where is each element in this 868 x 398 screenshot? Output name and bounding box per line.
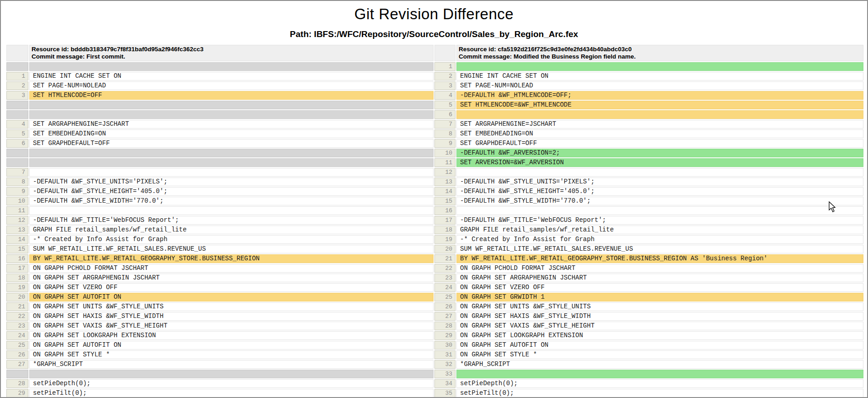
left-line-number: 29	[6, 389, 28, 398]
right-code-line: ON GRAPH SET HAXIS &WF_STYLE_WIDTH	[456, 312, 863, 321]
diff-row: 8-DEFAULTH &WF_STYLE_UNITS='PIXELS';13-D…	[6, 177, 863, 186]
right-code-line: -DEFAULTH &WF_HTMLENCODE=OFF;	[456, 91, 863, 100]
right-code-line: SET PAGE-NUM=NOLEAD	[456, 81, 863, 90]
right-code-line: -DEFAULTH &WF_STYLE_WIDTH='770.0';	[456, 197, 863, 205]
diff-row: 23ON GRAPH SET VAXIS &WF_STYLE_HEIGHT28O…	[6, 322, 863, 330]
left-code-line: ENGINE INT CACHE SET ON	[29, 72, 434, 81]
right-line-number: 13	[434, 177, 455, 186]
right-code-line: setPieTilt(0);	[456, 389, 863, 398]
left-line-number: 8	[6, 177, 28, 186]
right-line-number: 33	[434, 370, 455, 378]
right-code-line: SET ARGRAPHENGINE=JSCHART	[456, 120, 863, 129]
left-line-number	[6, 62, 28, 71]
left-resource-id: Resource id: bdddb3183479c7f8f31baf0d95a…	[32, 46, 431, 53]
right-line-number: 1	[434, 62, 455, 71]
left-code-line	[29, 206, 434, 215]
page-title: Git Revision Difference	[1, 5, 867, 23]
right-code-line: ON GRAPH SET STYLE *	[456, 350, 863, 359]
left-code-line	[29, 110, 434, 119]
left-code-line: SET PAGE-NUM=NOLEAD	[29, 81, 434, 90]
right-line-number: 10	[434, 149, 455, 157]
left-line-number: 16	[6, 254, 28, 263]
mouse-cursor	[829, 201, 837, 213]
diff-row: 27*GRAPH_SCRIPT32*GRAPH_SCRIPT	[6, 360, 863, 369]
right-line-number: 26	[434, 302, 455, 311]
left-line-number: 6	[6, 139, 28, 148]
left-line-number: 2	[6, 81, 28, 90]
diff-row: 18ON GRAPH SET ARGRAPHENGIN JSCHART23ON …	[6, 274, 863, 282]
right-line-number: 35	[434, 389, 455, 398]
right-code-line: *GRAPH_SCRIPT	[456, 360, 863, 369]
left-line-number	[6, 149, 28, 157]
right-line-number: 30	[434, 341, 455, 350]
left-line-number: 4	[6, 120, 28, 129]
left-code-line: ON GRAPH SET HAXIS &WF_STYLE_WIDTH	[29, 312, 434, 321]
right-code-line: -DEFAULTH &WF_STYLE_HEIGHT='405.0';	[456, 187, 863, 196]
left-line-number	[6, 370, 28, 378]
diff-row: 13GRAPH FILE retail_samples/wf_retail_li…	[6, 226, 863, 234]
right-code-line: -DEFAULTH &WF_STYLE_UNITS='PIXELS';	[456, 177, 863, 186]
right-line-number: 8	[434, 129, 455, 138]
left-line-number	[6, 101, 28, 109]
left-code-line: ON GRAPH SET LOOKGRAPH EXTENSION	[29, 331, 434, 340]
right-resource-id: Resource id: cfa5192d216f725c9d3e0fe2fd4…	[459, 46, 861, 53]
right-code-line: ON GRAPH PCHOLD FORMAT JSCHART	[456, 264, 863, 273]
left-line-number: 5	[6, 129, 28, 138]
left-code-line: BY WF_RETAIL_LITE.WF_RETAIL_GEOGRAPHY_ST…	[29, 254, 434, 263]
right-line-number: 16	[434, 206, 455, 215]
right-code-line	[456, 370, 863, 378]
left-code-line	[29, 370, 434, 378]
right-line-number: 4	[434, 91, 455, 100]
left-line-number: 14	[6, 235, 28, 244]
left-line-number: 20	[6, 293, 28, 301]
left-code-line: ON GRAPH SET AUTOFIT ON	[29, 293, 434, 301]
right-line-number: 6	[434, 110, 455, 119]
left-line-number: 19	[6, 283, 28, 292]
right-code-line: GRAPH FILE retail_samples/wf_retail_lite	[456, 226, 863, 234]
right-code-line: SUM WF_RETAIL_LITE.WF_RETAIL_SALES.REVEN…	[456, 245, 863, 253]
left-code-line: -DEFAULTH &WF_STYLE_WIDTH='770.0';	[29, 197, 434, 205]
right-code-line: -DEFAULTH &WF_TITLE='WebFOCUS Report';	[456, 216, 863, 225]
diff-row: 14-* Created by Info Assist for Graph19-…	[6, 235, 863, 244]
left-code-line: setPieDepth(0);	[29, 379, 434, 388]
right-code-line: ENGINE INT CACHE SET ON	[456, 72, 863, 81]
right-line-number: 3	[434, 81, 455, 90]
left-code-line: *GRAPH_SCRIPT	[29, 360, 434, 369]
right-code-line	[456, 168, 863, 177]
left-gutter-header	[6, 45, 28, 61]
diff-table: Resource id: bdddb3183479c7f8f31baf0d95a…	[5, 44, 864, 398]
left-code-line: GRAPH FILE retail_samples/wf_retail_lite	[29, 226, 434, 234]
diff-row: 1116	[6, 206, 863, 215]
right-line-number: 25	[434, 293, 455, 301]
diff-row: 4SET ARGRAPHENGINE=JSCHART7SET ARGRAPHEN…	[6, 120, 863, 129]
left-line-number: 24	[6, 331, 28, 340]
left-line-number: 28	[6, 379, 28, 388]
left-line-number: 21	[6, 302, 28, 311]
left-line-number: 15	[6, 245, 28, 253]
left-code-line	[29, 149, 434, 157]
left-pane-header: Resource id: bdddb3183479c7f8f31baf0d95a…	[29, 45, 434, 61]
diff-row: 10-DEFAULTH &WF_ARVERSION=2;	[6, 149, 863, 157]
right-line-number: 20	[434, 245, 455, 253]
right-line-number: 9	[434, 139, 455, 148]
resource-path: Path: IBFS:/WFC/Repository/SourceControl…	[1, 29, 867, 39]
right-gutter-header	[434, 45, 455, 61]
right-code-line: ON GRAPH SET ARGRAPHENGIN JSCHART	[456, 274, 863, 282]
left-code-line	[29, 62, 434, 71]
right-line-number: 24	[434, 283, 455, 292]
left-line-number: 25	[6, 341, 28, 350]
right-code-line: ON GRAPH SET LOOKGRAPH EXTENSION	[456, 331, 863, 340]
diff-row: 20ON GRAPH SET AUTOFIT ON25ON GRAPH SET …	[6, 293, 863, 301]
page: { "page": { "title": "Git Revision Diffe…	[0, 0, 868, 398]
diff-row: 5SET HTMLENCODE=&WF_HTMLENCODE	[6, 101, 863, 109]
left-line-number: 22	[6, 312, 28, 321]
left-line-number: 23	[6, 322, 28, 330]
right-code-line: BY WF_RETAIL_LITE.WF_RETAIL_GEOGRAPHY_ST…	[456, 254, 863, 263]
left-code-line: SET HTMLENCODE=OFF	[29, 91, 434, 100]
left-code-line: ON GRAPH SET STYLE *	[29, 350, 434, 359]
left-line-number: 3	[6, 91, 28, 100]
diff-row: 24ON GRAPH SET LOOKGRAPH EXTENSION29ON G…	[6, 331, 863, 340]
diff-row: 712	[6, 168, 863, 177]
left-code-line	[29, 158, 434, 167]
right-line-number: 5	[434, 101, 455, 109]
